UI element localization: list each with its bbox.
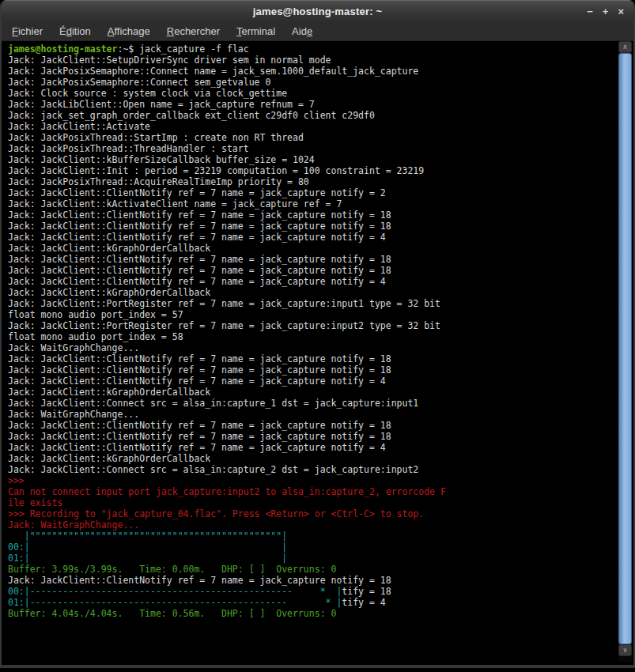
- terminal-text-segment: Jack: WaitGraphChange...: [8, 519, 139, 530]
- terminal-line: Jack: JackClient::Connect src = alsa_in:…: [8, 398, 618, 409]
- terminal-text-segment: Jack: JackPosixSemaphore::Connect sem_ge…: [8, 77, 270, 88]
- terminal-text-segment: ile exists: [8, 497, 62, 508]
- terminal-text-segment: Jack: JackClient::ClientNotify ref = 7 n…: [8, 353, 391, 364]
- terminal-text-segment: tify = 4: [342, 597, 385, 608]
- terminal-line: >>>: [8, 475, 618, 486]
- terminal-text-segment: Jack: JackClient::Connect src = alsa_in:…: [8, 398, 418, 409]
- menu-item-aide[interactable]: Aide: [292, 25, 312, 37]
- terminal-text-segment: float mono audio port_index = 57: [8, 309, 183, 320]
- terminal-line: Jack: JackClient::Activate: [8, 121, 618, 132]
- terminal-line: ile exists: [8, 497, 618, 508]
- terminal-text-segment: Jack: JackClient::ClientNotify ref = 7 n…: [8, 254, 391, 265]
- terminal-text-segment: Jack: JackClient::kGraphOrderCallback: [8, 453, 210, 464]
- scroll-up-icon[interactable]: ∧: [618, 41, 632, 53]
- minimize-button[interactable]: −: [587, 6, 593, 17]
- menu-item-edition[interactable]: Édition: [59, 25, 91, 37]
- terminal-text-segment: Jack: JackClient::ClientNotify ref = 7 n…: [8, 210, 391, 221]
- terminal-line: Jack: JackClient::ClientNotify ref = 7 n…: [8, 265, 618, 276]
- terminal-line: Jack: JackClient::ClientNotify ref = 7 n…: [8, 232, 618, 243]
- terminal-line: Jack: JackPosixThread::StartImp : create…: [8, 132, 618, 143]
- terminal-line: Jack: JackClient::ClientNotify ref = 7 n…: [8, 254, 618, 265]
- terminal-line: float mono audio port_index = 58: [8, 331, 618, 342]
- terminal-text-segment: Jack: JackClient::ClientNotify ref = 7 n…: [8, 431, 391, 442]
- terminal-text-segment: Jack: JackClient::ClientNotify ref = 7 n…: [8, 376, 386, 387]
- terminal-area: james@hosting-master:~$ jack_capture -f …: [3, 41, 632, 662]
- menubar: FichierÉditionAffichageRechercherTermina…: [2, 22, 633, 41]
- terminal-line: 01:| |: [8, 553, 618, 564]
- terminal-text-segment: Jack: JackClient::kBufferSizeCallback bu…: [8, 154, 315, 165]
- terminal-line: Jack: JackClient::ClientNotify ref = 7 n…: [8, 442, 618, 453]
- terminal-text-segment: 00:| |: [8, 542, 287, 553]
- menu-item-fichier[interactable]: Fichier: [12, 25, 43, 37]
- terminal-text-segment: Jack: JackClient::kGraphOrderCallback: [8, 243, 210, 254]
- terminal-text-segment: Jack: JackClient::ClientNotify ref = 7 n…: [8, 187, 386, 198]
- terminal-text-segment: Jack: WaitGraphChange...: [8, 409, 139, 420]
- terminal-text-segment: Jack: JackClient::SetupDriverSync driver…: [8, 55, 331, 66]
- terminal-text-segment: float mono audio port_index = 58: [8, 331, 183, 342]
- terminal-line: Jack: JackPosixSemaphore::Connect sem_ge…: [8, 77, 618, 88]
- menu-item-affichage[interactable]: Affichage: [108, 25, 150, 37]
- terminal-line: Jack: JackPosixThread::ThreadHandler : s…: [8, 143, 618, 154]
- menu-item-rechercher[interactable]: Rechercher: [167, 25, 220, 37]
- terminal-text-segment: Jack: JackClient::kActivateClient name =…: [8, 198, 342, 210]
- terminal-text-segment: Jack: JackClient::ClientNotify ref = 7 n…: [8, 442, 386, 453]
- terminal-text-segment: Buffer: 3.99s./3.99s. Time: 0.00m. DHP: …: [8, 564, 336, 575]
- terminal-line: Jack: JackClient::ClientNotify ref = 7 n…: [8, 376, 618, 387]
- terminal-line: Jack: JackClient::ClientNotify ref = 7 n…: [8, 187, 618, 198]
- close-button[interactable]: ×: [618, 6, 624, 17]
- maximize-button[interactable]: +: [603, 6, 609, 17]
- terminal-text-segment: Jack: WaitGraphChange...: [8, 342, 139, 353]
- terminal-line: Jack: JackClient::ClientNotify ref = 7 n…: [8, 353, 618, 364]
- terminal-line: 00:|------------------------------------…: [8, 586, 618, 597]
- terminal-line: Jack: JackPosixThread::AcquireRealTimeIm…: [8, 176, 618, 187]
- terminal-line: Jack: WaitGraphChange...: [8, 342, 618, 353]
- terminal-line: Can not connect input port jack_capture:…: [8, 486, 618, 497]
- terminal-text-segment: Jack: JackClient::Connect src = alsa_in:…: [8, 464, 418, 475]
- scrollbar[interactable]: ∧ ∨: [618, 41, 632, 662]
- terminal-text-segment: >>>: [8, 475, 25, 486]
- terminal-text-segment: Jack: JackClient::Init : period = 23219 …: [8, 165, 424, 176]
- terminal-line: james@hosting-master:~$ jack_capture -f …: [8, 43, 618, 55]
- terminal-line: Jack: JackClient::kGraphOrderCallback: [8, 453, 618, 464]
- terminal-text-segment: james@hosting-master: [8, 43, 117, 55]
- terminal-text-segment: Jack: JackClient::kGraphOrderCallback: [8, 287, 210, 298]
- terminal-text-segment: 01:|------------------------------------…: [8, 597, 342, 608]
- terminal-text-segment: >>> Recording to "jack_capture_04.flac".…: [8, 508, 424, 519]
- terminal-text-segment: Jack: JackPosixThread::AcquireRealTimeIm…: [8, 176, 309, 187]
- terminal-text-segment: Jack: JackClient::ClientNotify ref = 7 n…: [8, 364, 391, 376]
- terminal-line: Jack: JackClient::ClientNotify ref = 7 n…: [8, 431, 618, 442]
- terminal-line: Jack: JackClient::kGraphOrderCallback: [8, 387, 618, 398]
- terminal-screen[interactable]: james@hosting-master:~$ jack_capture -f …: [3, 41, 618, 662]
- terminal-text-segment: Jack: Clock source : system clock via cl…: [8, 88, 287, 99]
- terminal-text-segment: Jack: JackClient::kGraphOrderCallback: [8, 387, 210, 398]
- terminal-line: Jack: JackClient::PortRegister ref = 7 n…: [8, 298, 618, 309]
- window-title: james@hosting-master: ~: [253, 6, 383, 17]
- terminal-text-segment: Jack: JackClient::PortRegister ref = 7 n…: [8, 298, 440, 309]
- terminal-text-segment: Jack: JackPosixThread::StartImp : create…: [8, 132, 304, 143]
- terminal-text-segment: :~$ jack_capture -f flac: [117, 43, 248, 55]
- terminal-text-segment: 01:| |: [8, 553, 287, 564]
- terminal-text-segment: Jack: JackClient::ClientNotify ref = 7 n…: [8, 221, 391, 232]
- terminal-line: Jack: JackClient::ClientNotify ref = 7 n…: [8, 221, 618, 232]
- terminal-window: james@hosting-master: ~ − + × FichierÉdi…: [0, 0, 635, 668]
- terminal-text-segment: |"""""""""""""""""""""""""""""""""""""""…: [8, 530, 287, 542]
- scroll-down-icon[interactable]: ∨: [618, 644, 632, 656]
- terminal-text-segment: Jack: JackClient::ClientNotify ref = 7 n…: [8, 232, 386, 243]
- terminal-text-segment: Jack: JackClient::PortRegister ref = 7 n…: [8, 320, 440, 331]
- terminal-line: Buffer: 4.04s./4.04s. Time: 0.56m. DHP: …: [8, 608, 618, 619]
- terminal-line: Jack: jack_set_graph_order_callback ext_…: [8, 110, 618, 121]
- terminal-line: Jack: WaitGraphChange...: [8, 519, 618, 530]
- terminal-text-segment: 00:|------------------------------------…: [8, 586, 342, 597]
- terminal-line: Jack: JackClient::SetupDriverSync driver…: [8, 55, 618, 66]
- terminal-line: Jack: WaitGraphChange...: [8, 409, 618, 420]
- terminal-line: Jack: JackClient::ClientNotify ref = 7 n…: [8, 575, 618, 586]
- terminal-text-segment: tify = 18: [342, 586, 391, 597]
- scrollbar-thumb[interactable]: [618, 53, 632, 644]
- terminal-line: |"""""""""""""""""""""""""""""""""""""""…: [8, 530, 618, 542]
- terminal-text-segment: Jack: JackLibClient::Open name = jack_ca…: [8, 99, 315, 110]
- titlebar[interactable]: james@hosting-master: ~ − + ×: [2, 0, 633, 22]
- terminal-line: Jack: JackClient::kActivateClient name =…: [8, 198, 618, 210]
- terminal-line: 00:| |: [8, 542, 618, 553]
- terminal-text-segment: Buffer: 4.04s./4.04s. Time: 0.56m. DHP: …: [8, 608, 336, 619]
- menu-item-terminal[interactable]: Terminal: [236, 25, 275, 37]
